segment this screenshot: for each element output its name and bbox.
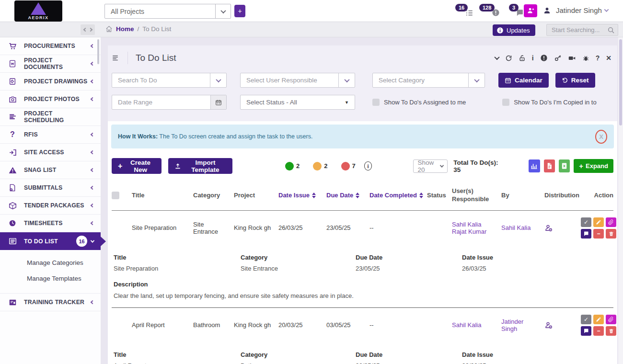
aedrix-logo[interactable]: AEDRIX: [14, 0, 62, 22]
back-chevron-icon[interactable]: [83, 28, 87, 32]
expand-button[interactable]: + Expand: [574, 159, 613, 173]
sort-icon[interactable]: [419, 193, 423, 198]
global-search-input[interactable]: Start Searching...: [546, 24, 618, 36]
project-filter-caret[interactable]: [215, 4, 231, 18]
table-row[interactable]: Site Preparation Site Entrance King Rock…: [112, 210, 613, 245]
search-icon[interactable]: [607, 26, 615, 34]
sidebar-item-tender-packages[interactable]: TENDER PACKAGES: [0, 197, 101, 215]
help-icon[interactable]: ?: [596, 54, 600, 62]
table-row[interactable]: April Report Bathroom King Rock gh 20/03…: [112, 307, 613, 342]
history-nav[interactable]: [81, 24, 95, 35]
table-header-row: Title Category Project Date Issue Due Da…: [112, 182, 613, 210]
col-date-issue[interactable]: Date Issue: [278, 187, 326, 204]
info-icon[interactable]: i: [532, 54, 534, 62]
forward-chevron-icon[interactable]: [88, 28, 92, 32]
search-todo-caret[interactable]: [210, 73, 226, 87]
assigned-to-me-checkbox[interactable]: [372, 99, 380, 106]
distribution-user-icon[interactable]: [544, 224, 581, 232]
excel-export-button[interactable]: [559, 159, 570, 172]
chart-button[interactable]: [529, 159, 540, 172]
category-caret[interactable]: [468, 73, 485, 87]
sidebar-item-training-tracker[interactable]: TRAINING TRACKER: [0, 294, 101, 311]
date-range-input[interactable]: Date Range: [112, 95, 227, 110]
sidebar-item-to-do-list[interactable]: TO DO LIST 16: [0, 232, 101, 250]
comments-button[interactable]: [581, 326, 591, 336]
user-link[interactable]: Sahil Kalia: [452, 221, 481, 228]
by-user-link[interactable]: Jatinder Singh: [501, 318, 523, 332]
person-icon[interactable]: [542, 6, 552, 15]
user-responsible-select[interactable]: Select User Responsible: [240, 73, 355, 88]
select-all-checkbox[interactable]: [112, 192, 119, 199]
complete-button[interactable]: ✓: [581, 217, 591, 227]
col-date-completed[interactable]: Date Completed: [369, 187, 427, 204]
user-name[interactable]: Jatinder Singh: [556, 6, 602, 14]
date-range-calendar-icon[interactable]: [210, 95, 226, 109]
refresh-icon[interactable]: [505, 55, 512, 62]
sidebar-item-snag-list[interactable]: SNAG LIST: [0, 161, 101, 179]
sidebar-item-procurements[interactable]: PROCUREMENTS: [0, 37, 101, 55]
create-new-button[interactable]: + Create New: [112, 158, 162, 174]
project-filter-select[interactable]: All Projects: [104, 4, 231, 19]
sidebar-item-timesheets[interactable]: TIMESHEETS: [0, 215, 101, 232]
scrollbar-thumb[interactable]: [619, 39, 622, 125]
page-size-select[interactable]: Show 20: [413, 159, 448, 173]
bug-icon[interactable]: [582, 55, 589, 62]
distribution-user-icon[interactable]: [544, 321, 581, 330]
complete-button[interactable]: ✓: [581, 315, 591, 324]
updates-button[interactable]: Updates: [493, 24, 535, 36]
video-icon[interactable]: [568, 54, 576, 62]
copied-in-checkbox[interactable]: [502, 99, 509, 106]
sidebar-item-submittals[interactable]: SUBMITTALS: [0, 179, 101, 197]
tasks-notification[interactable]: 16: [455, 4, 473, 17]
sidebar-item-project-drawings[interactable]: PROJECT DRAWINGS: [0, 73, 101, 91]
lock-icon[interactable]: [519, 55, 526, 62]
add-user-button[interactable]: [524, 4, 537, 17]
category-select[interactable]: Select Category: [372, 73, 485, 88]
user-link[interactable]: Rajat Kumar: [452, 228, 486, 235]
edit-button[interactable]: [593, 217, 604, 227]
status-info-icon[interactable]: i: [364, 161, 372, 171]
alert-icon[interactable]: [540, 54, 548, 62]
import-template-button[interactable]: Import Template: [168, 158, 232, 174]
reset-button[interactable]: Reset: [555, 73, 595, 88]
sort-icon[interactable]: [356, 193, 359, 198]
breadcrumb-home-link[interactable]: Home: [116, 25, 134, 33]
attachment-button[interactable]: [606, 217, 616, 227]
collapse-chevron-icon[interactable]: [495, 56, 499, 60]
sidebar-scrollbar[interactable]: [97, 39, 99, 64]
messages-notification[interactable]: 3: [509, 4, 524, 17]
search-todo-input[interactable]: Search To Do: [112, 73, 227, 88]
sidebar-item-project-documents[interactable]: PROJECT DOCUMENTS: [0, 55, 101, 73]
remove-button[interactable]: −: [593, 229, 604, 239]
delete-button[interactable]: [606, 326, 616, 336]
by-user-link[interactable]: Sahil Kalia: [501, 224, 531, 231]
user-responsible-caret[interactable]: [338, 73, 355, 87]
delete-button[interactable]: [606, 229, 616, 239]
remove-button[interactable]: −: [593, 326, 604, 336]
detail-title-value: April Report: [114, 362, 241, 364]
sidebar-item-site-access[interactable]: SITE ACCESS: [0, 144, 101, 161]
close-icon[interactable]: ✕: [606, 54, 611, 62]
comments-button[interactable]: [581, 229, 591, 239]
panel-menu-icon[interactable]: [112, 52, 128, 64]
vertical-scrollbar[interactable]: [618, 37, 623, 364]
attachment-button[interactable]: [606, 315, 616, 324]
pdf-export-button[interactable]: [544, 159, 555, 172]
sidebar-subitem-manage-templates[interactable]: Manage Templates: [0, 271, 101, 286]
add-project-button[interactable]: +: [234, 5, 245, 17]
key-icon[interactable]: [554, 54, 562, 62]
sidebar-subitem-manage-categories[interactable]: Manage Categories: [0, 255, 101, 271]
status-select[interactable]: Select Status - All ▼: [240, 95, 355, 110]
calendar-button[interactable]: Calendar: [498, 73, 549, 88]
sort-icon[interactable]: [312, 193, 316, 198]
sidebar-item-project-photos[interactable]: PROJECT PHOTOS: [0, 91, 101, 108]
alerts-notification[interactable]: 128: [479, 4, 500, 17]
banner-close-button[interactable]: X: [595, 130, 607, 144]
edit-button[interactable]: [593, 315, 604, 324]
user-menu-caret-icon[interactable]: [604, 7, 609, 12]
sidebar-item-label: PROJECT SCHEDULING: [24, 110, 94, 124]
sidebar-item-rfis[interactable]: ? RFIS: [0, 126, 101, 144]
user-link[interactable]: Sahil Kalia: [452, 321, 481, 329]
sidebar-item-project-scheduling[interactable]: PROJECT SCHEDULING: [0, 108, 101, 126]
col-due-date[interactable]: Due Date: [326, 187, 369, 204]
